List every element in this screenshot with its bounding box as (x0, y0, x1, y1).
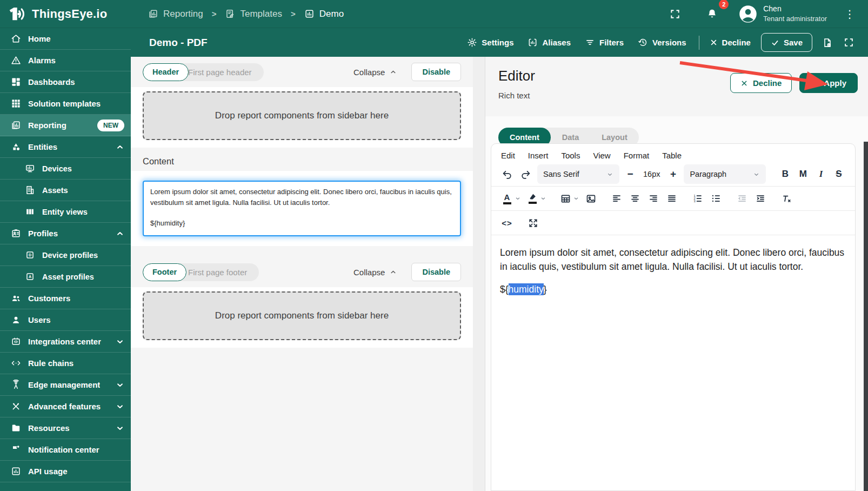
dashboards-icon (11, 77, 21, 87)
fullscreen-icon[interactable] (838, 33, 859, 52)
menu-tools[interactable]: Tools (561, 151, 580, 160)
highlight-color-icon[interactable] (523, 189, 542, 208)
selected-text: humidity (509, 283, 544, 295)
outdent-icon[interactable] (733, 189, 751, 208)
menu-format[interactable]: Format (624, 151, 650, 160)
block-format-select[interactable]: Paragraph (684, 164, 766, 184)
text-color-chevron-icon[interactable] (515, 195, 521, 202)
breadcrumb-demo[interactable]: Demo (304, 9, 344, 19)
sidebar-item-device-profiles[interactable]: DDevice profiles (0, 244, 131, 266)
header-chip[interactable]: Header (143, 63, 189, 81)
align-center-icon[interactable] (626, 189, 644, 208)
save-button[interactable]: Save (761, 33, 812, 52)
format-s-button[interactable]: S (830, 169, 847, 180)
sidebar-item-reporting[interactable]: ReportingNEW (0, 115, 131, 136)
footer-disable-button[interactable]: Disable (411, 263, 461, 281)
report-footer-area: Drop report components from sidebar here (131, 287, 473, 348)
sidebar-item-entities[interactable]: Entities (0, 136, 131, 158)
header-dropzone[interactable]: Drop report components from sidebar here (143, 91, 461, 140)
fullscreen-icon[interactable] (664, 4, 686, 24)
export-pdf-icon[interactable] (817, 32, 838, 53)
sidebar-item-dashboards[interactable]: Dashboards (0, 71, 131, 93)
settings-button[interactable]: Settings (461, 33, 519, 52)
sidebar-item-entity-views[interactable]: Entity views (0, 201, 131, 223)
editor-content-body[interactable]: Lorem ipsum dolor sit amet, consectetur … (491, 235, 855, 307)
aliases-button[interactable]: Aliases (522, 33, 577, 52)
kebab-menu-icon[interactable]: ⋮ (842, 9, 857, 19)
reporting-icon (148, 9, 158, 19)
sidebar-item-users[interactable]: Users (0, 309, 131, 331)
sidebar-item-solution-templates[interactable]: Solution templates (0, 93, 131, 115)
decline-button-header[interactable]: Decline (704, 34, 757, 51)
footer-collapse-button[interactable]: Collapse (353, 268, 397, 277)
table-icon[interactable] (556, 189, 575, 208)
redo-icon[interactable] (516, 165, 535, 183)
sidebar-item-integrations-center[interactable]: Integrations center (0, 331, 131, 353)
richtext-component-preview[interactable]: Lorem ipsum dolor sit amet, consectetur … (143, 181, 461, 236)
footer-dropzone[interactable]: Drop report components from sidebar here (143, 291, 461, 340)
ordered-list-icon[interactable]: 123 (689, 189, 707, 208)
editor-apply-button[interactable]: Apply (799, 73, 858, 93)
scrollbar-thumb[interactable] (864, 142, 868, 491)
edge-icon (11, 380, 21, 390)
text-color-icon[interactable]: A (498, 189, 516, 208)
sidebar-item-api-usage[interactable]: API usage (0, 461, 131, 482)
sidebar-item-devices[interactable]: Devices (0, 158, 131, 180)
image-icon[interactable] (582, 189, 600, 208)
svg-text:A: A (29, 275, 31, 279)
editor-variable-line: ${humidity} (500, 282, 846, 296)
sidebar-item-profiles[interactable]: Profiles (0, 223, 131, 244)
font-size-decrease-button[interactable]: − (622, 168, 638, 180)
sidebar-item-asset-profiles[interactable]: AAsset profiles (0, 266, 131, 288)
menu-table[interactable]: Table (662, 151, 682, 160)
undo-icon[interactable] (498, 165, 516, 183)
editor-decline-button[interactable]: Decline (730, 73, 792, 93)
source-code-icon[interactable]: <> (498, 214, 516, 232)
sidebar-item-notification-center[interactable]: Notification center (0, 439, 131, 461)
clear-formatting-icon[interactable] (777, 189, 796, 208)
editor-fullscreen-icon[interactable] (524, 214, 542, 232)
user-menu[interactable]: Chen Tenant administrator (738, 4, 827, 23)
align-left-icon[interactable] (607, 189, 626, 208)
unordered-list-icon[interactable] (707, 189, 725, 208)
chevron-up-icon[interactable] (116, 143, 124, 151)
sidebar-item-home[interactable]: Home (0, 28, 131, 50)
header-collapse-button[interactable]: Collapse (353, 68, 397, 77)
align-justify-icon[interactable] (663, 189, 681, 208)
versions-button[interactable]: Versions (632, 33, 692, 52)
font-size-value[interactable]: 16px (638, 170, 665, 178)
font-family-select[interactable]: Sans Serif (537, 164, 619, 184)
format-i-button[interactable]: I (812, 169, 830, 180)
chevron-down-icon[interactable] (116, 402, 124, 411)
align-right-icon[interactable] (644, 189, 663, 208)
breadcrumb-reporting[interactable]: Reporting (148, 9, 203, 19)
chevron-down-icon[interactable] (116, 424, 124, 433)
sidebar-item-alarms[interactable]: Alarms (0, 50, 131, 71)
sidebar-item-customers[interactable]: Customers (0, 288, 131, 309)
table-chevron-icon[interactable] (573, 195, 579, 202)
app-logo[interactable]: ThingsEye.io (0, 5, 131, 23)
sidebar-item-rule-chains[interactable]: Rule chains (0, 353, 131, 374)
format-m-button[interactable]: M (794, 169, 812, 180)
sidebar-item-edge-management[interactable]: Edge management (0, 374, 131, 396)
highlight-color-chevron-icon[interactable] (540, 195, 546, 202)
sidebar-item-resources[interactable]: Resources (0, 417, 131, 439)
indent-icon[interactable] (751, 189, 770, 208)
notifications-bell-icon[interactable]: 2 (701, 4, 723, 24)
menu-insert[interactable]: Insert (528, 151, 549, 160)
chevron-down-icon[interactable] (116, 337, 124, 346)
sidebar-item-advanced-features[interactable]: Advanced features (0, 396, 131, 417)
reporting-icon (11, 120, 21, 130)
sidebar-item-assets[interactable]: Assets (0, 180, 131, 201)
menu-view[interactable]: View (593, 151, 610, 160)
chevron-up-icon[interactable] (116, 229, 124, 238)
font-size-increase-button[interactable]: + (665, 168, 681, 180)
header-disable-button[interactable]: Disable (411, 63, 461, 81)
menu-edit[interactable]: Edit (501, 151, 515, 160)
filters-button[interactable]: Filters (579, 33, 630, 52)
breadcrumb-templates[interactable]: Templates (225, 9, 282, 19)
footer-chip[interactable]: Footer (143, 263, 186, 281)
format-b-button[interactable]: B (776, 169, 794, 180)
chevron-down-icon[interactable] (116, 381, 124, 389)
customers-icon (11, 293, 21, 303)
